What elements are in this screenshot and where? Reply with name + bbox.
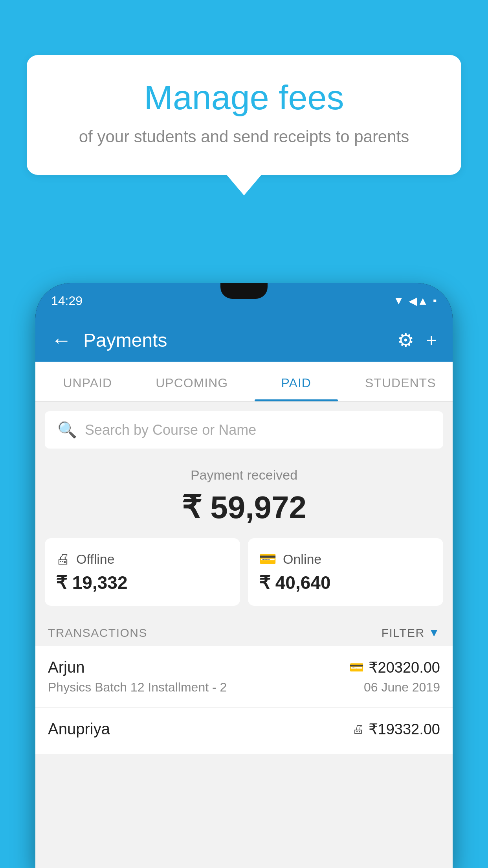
content-area: 🔍 Search by Course or Name Payment recei… bbox=[35, 402, 453, 868]
transaction-name-2: Anupriya bbox=[48, 720, 110, 738]
offline-icon: 🖨 bbox=[56, 551, 70, 567]
status-time: 14:29 bbox=[51, 294, 83, 308]
tab-paid[interactable]: PAID bbox=[244, 362, 349, 401]
wifi-icon: ▼ bbox=[393, 294, 404, 307]
transactions-header: TRANSACTIONS FILTER ▼ bbox=[35, 618, 453, 646]
transaction-row[interactable]: Arjun 💳 ₹20320.00 Physics Batch 12 Insta… bbox=[35, 646, 453, 708]
transaction-amount-2: ₹19332.00 bbox=[369, 721, 440, 738]
add-icon[interactable]: + bbox=[426, 329, 437, 351]
transaction-amount-1: ₹20320.00 bbox=[369, 659, 440, 676]
tab-upcoming[interactable]: UPCOMING bbox=[140, 362, 244, 401]
tooltip-card: Manage fees of your students and send re… bbox=[27, 55, 461, 175]
transaction-date-1: 06 June 2019 bbox=[364, 680, 440, 695]
offline-label: Offline bbox=[76, 552, 115, 567]
transaction-row-2[interactable]: Anupriya 🖨 ₹19332.00 bbox=[35, 708, 453, 755]
status-icons: ▼ ◀▲ ▪ bbox=[393, 294, 437, 307]
payment-total-amount: ₹ 59,972 bbox=[45, 489, 443, 526]
notch bbox=[220, 283, 268, 299]
online-amount: ₹ 40,640 bbox=[259, 572, 432, 593]
status-bar: 14:29 ▼ ◀▲ ▪ bbox=[35, 283, 453, 318]
transaction-amount-wrap-1: 💳 ₹20320.00 bbox=[349, 659, 440, 676]
transaction-top-1: Arjun 💳 ₹20320.00 bbox=[48, 658, 440, 676]
tooltip-section: Manage fees of your students and send re… bbox=[27, 55, 461, 195]
search-bar[interactable]: 🔍 Search by Course or Name bbox=[45, 411, 443, 449]
transaction-amount-wrap-2: 🖨 ₹19332.00 bbox=[352, 721, 440, 738]
tab-unpaid[interactable]: UNPAID bbox=[35, 362, 140, 401]
signal-icon: ◀▲ bbox=[409, 294, 428, 307]
app-title: Payments bbox=[83, 329, 385, 351]
transaction-course-1: Physics Batch 12 Installment - 2 bbox=[48, 680, 227, 695]
search-placeholder-text: Search by Course or Name bbox=[85, 422, 431, 438]
settings-icon[interactable]: ⚙ bbox=[397, 329, 414, 351]
search-icon: 🔍 bbox=[57, 421, 77, 439]
filter-button[interactable]: FILTER ▼ bbox=[382, 626, 440, 640]
payment-cards: 🖨 Offline ₹ 19,332 💳 Online ₹ 40,640 bbox=[35, 538, 453, 618]
transaction-bottom-1: Physics Batch 12 Installment - 2 06 June… bbox=[48, 680, 440, 695]
transaction-offline-icon-2: 🖨 bbox=[352, 723, 364, 736]
tab-students[interactable]: STUDENTS bbox=[349, 362, 453, 401]
transactions-label: TRANSACTIONS bbox=[48, 626, 147, 640]
payment-received-label: Payment received bbox=[45, 467, 443, 483]
online-icon: 💳 bbox=[259, 551, 277, 567]
offline-card-header: 🖨 Offline bbox=[56, 551, 229, 567]
filter-icon: ▼ bbox=[429, 627, 440, 639]
payment-summary: Payment received ₹ 59,972 bbox=[35, 449, 453, 538]
online-card: 💳 Online ₹ 40,640 bbox=[248, 538, 443, 606]
offline-amount: ₹ 19,332 bbox=[56, 572, 229, 593]
phone-frame: 14:29 ▼ ◀▲ ▪ ← Payments ⚙ + UNPAID UPCOM… bbox=[35, 283, 453, 868]
back-button[interactable]: ← bbox=[51, 330, 72, 350]
bubble-pointer bbox=[227, 175, 261, 195]
app-header: ← Payments ⚙ + bbox=[35, 318, 453, 362]
tab-bar: UNPAID UPCOMING PAID STUDENTS bbox=[35, 362, 453, 402]
offline-card: 🖨 Offline ₹ 19,332 bbox=[45, 538, 240, 606]
online-label: Online bbox=[283, 552, 321, 567]
transaction-name-1: Arjun bbox=[48, 658, 84, 676]
tooltip-subtitle: of your students and send receipts to pa… bbox=[58, 126, 430, 148]
battery-icon: ▪ bbox=[433, 294, 437, 307]
filter-label: FILTER bbox=[382, 626, 425, 640]
online-card-header: 💳 Online bbox=[259, 551, 432, 567]
transaction-top-2: Anupriya 🖨 ₹19332.00 bbox=[48, 720, 440, 738]
tooltip-title: Manage fees bbox=[58, 79, 430, 117]
transaction-card-icon-1: 💳 bbox=[349, 660, 364, 674]
